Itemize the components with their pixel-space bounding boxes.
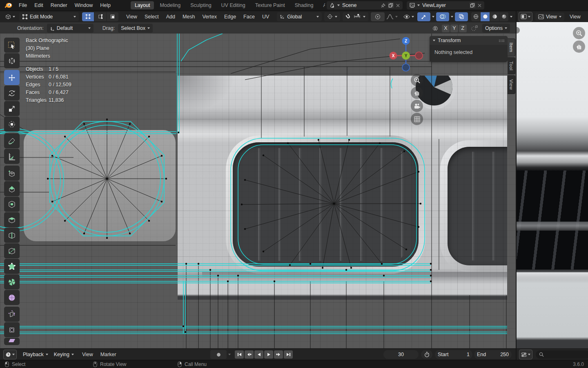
tool-smooth[interactable] bbox=[4, 290, 20, 305]
prev-keyframe-button[interactable] bbox=[245, 350, 254, 359]
tool-knife[interactable] bbox=[4, 243, 20, 258]
falloff-icon[interactable] bbox=[386, 14, 394, 20]
tool-inset[interactable] bbox=[4, 197, 20, 212]
menu-face[interactable]: Face bbox=[240, 14, 258, 20]
region-collapse-arrow[interactable] bbox=[517, 27, 520, 34]
snapping-group[interactable] bbox=[343, 12, 368, 21]
shading-solid-button[interactable] bbox=[481, 12, 490, 21]
jump-start-button[interactable] bbox=[235, 350, 244, 359]
close-icon[interactable] bbox=[396, 4, 400, 7]
tool-cursor[interactable] bbox=[4, 53, 20, 68]
menu-edge[interactable]: Edge bbox=[220, 14, 240, 20]
tool-shear[interactable] bbox=[4, 338, 20, 345]
menu-marker[interactable]: Marker bbox=[97, 352, 120, 357]
tab-sculpting[interactable]: Sculpting bbox=[186, 1, 215, 9]
drag-dots-icon[interactable] bbox=[499, 39, 504, 42]
viewport-3d[interactable]: Back Orthographic (30) Plane Millimeters… bbox=[0, 34, 516, 348]
shading-wireframe-button[interactable] bbox=[471, 12, 480, 21]
properties-search[interactable] bbox=[536, 350, 588, 359]
select-vertex-button[interactable] bbox=[82, 12, 94, 21]
duplicate-icon[interactable] bbox=[388, 2, 394, 8]
gizmos-toggle[interactable] bbox=[417, 12, 430, 21]
editor-splitter[interactable] bbox=[516, 11, 517, 360]
preview-range-button[interactable] bbox=[421, 350, 432, 359]
image-editor-type-button[interactable] bbox=[519, 12, 532, 22]
current-frame-field[interactable]: 30 bbox=[383, 350, 419, 359]
menu-view[interactable]: View bbox=[122, 14, 141, 20]
menu-timeline-view[interactable]: View bbox=[78, 352, 97, 357]
options-dropdown[interactable]: Options bbox=[482, 24, 510, 33]
tool-poly-build[interactable] bbox=[4, 259, 20, 274]
select-edge-button[interactable] bbox=[94, 12, 106, 21]
play-button[interactable] bbox=[264, 350, 273, 359]
blender-logo-icon[interactable] bbox=[4, 2, 13, 9]
grid-ortho-button[interactable] bbox=[411, 113, 423, 125]
menu-help[interactable]: Help bbox=[96, 2, 114, 8]
visibility-dropdown[interactable] bbox=[401, 12, 416, 21]
navigation-gizmo[interactable]: Z X Y bbox=[384, 36, 428, 75]
snap-base-icon[interactable] bbox=[471, 25, 478, 31]
auto-key-button[interactable] bbox=[210, 350, 227, 359]
tool-extrude[interactable] bbox=[4, 181, 20, 196]
transform-panel-header[interactable]: Transform bbox=[430, 36, 508, 45]
tool-transform[interactable] bbox=[4, 117, 20, 132]
frame-start-field[interactable]: Start 1 bbox=[435, 350, 472, 359]
pivot-dropdown[interactable] bbox=[324, 12, 340, 21]
menu-window[interactable]: Window bbox=[71, 2, 96, 8]
tab-modeling[interactable]: Modeling bbox=[156, 1, 185, 9]
camera-view-button[interactable] bbox=[411, 100, 423, 112]
tool-loop-cut[interactable] bbox=[4, 228, 20, 243]
editor-type-button[interactable] bbox=[3, 12, 17, 21]
frame-end-field[interactable]: End 250 bbox=[474, 350, 512, 359]
tool-scale[interactable] bbox=[4, 101, 20, 116]
viewlayer-selector[interactable]: ViewLayer bbox=[407, 1, 484, 9]
shading-rendered-button[interactable] bbox=[499, 12, 508, 21]
axis-z-button[interactable]: Z bbox=[459, 25, 467, 32]
tool-shrink-fatten[interactable] bbox=[4, 322, 20, 337]
orientation-default-dropdown[interactable]: Default bbox=[47, 24, 94, 33]
shading-material-button[interactable] bbox=[490, 12, 499, 21]
properties-editor-type-button[interactable] bbox=[519, 350, 532, 359]
tool-add-cube[interactable] bbox=[4, 166, 20, 181]
tab-tool[interactable]: Tool bbox=[508, 57, 515, 74]
orientation-dropdown[interactable]: Global bbox=[277, 12, 322, 21]
drag-dropdown[interactable]: Select Box bbox=[118, 24, 153, 33]
menu-image[interactable]: Image bbox=[584, 14, 588, 20]
select-face-button[interactable] bbox=[107, 12, 118, 21]
jump-end-button[interactable] bbox=[284, 350, 293, 359]
playback-dropdown[interactable]: Playback bbox=[20, 350, 51, 359]
axis-x-button[interactable]: X bbox=[442, 25, 450, 32]
tab-layout[interactable]: Layout bbox=[131, 1, 154, 9]
tool-edge-slide[interactable] bbox=[4, 307, 20, 322]
tab-uv-editing[interactable]: UV Editing bbox=[217, 1, 249, 9]
menu-select[interactable]: Select bbox=[141, 14, 163, 20]
image-zoom-button[interactable] bbox=[573, 27, 585, 39]
tool-bevel[interactable] bbox=[4, 212, 20, 227]
menu-vertex[interactable]: Vertex bbox=[198, 14, 220, 20]
menu-add[interactable]: Add bbox=[163, 14, 179, 20]
tab-texture-paint[interactable]: Texture Paint bbox=[251, 1, 289, 9]
tab-view[interactable]: View bbox=[508, 75, 515, 94]
close-icon[interactable] bbox=[478, 4, 481, 7]
tool-move[interactable] bbox=[4, 70, 20, 85]
axis-y-button[interactable]: Y bbox=[450, 25, 458, 32]
tab-shading[interactable]: Shading bbox=[291, 1, 318, 9]
image-pan-button[interactable] bbox=[573, 40, 585, 53]
overlays-toggle[interactable] bbox=[436, 12, 449, 21]
play-reverse-button[interactable] bbox=[254, 350, 263, 359]
menu-file[interactable]: File bbox=[15, 2, 31, 8]
tab-animation[interactable]: Animation bbox=[319, 1, 325, 9]
menu-image-view[interactable]: View bbox=[566, 14, 584, 20]
next-keyframe-button[interactable] bbox=[274, 350, 283, 359]
tool-tweak[interactable] bbox=[4, 38, 20, 53]
xray-toggle[interactable] bbox=[455, 12, 468, 21]
tool-spin[interactable] bbox=[4, 274, 20, 289]
image-editor-view[interactable] bbox=[517, 22, 588, 348]
mode-dropdown[interactable]: Edit Mode bbox=[19, 12, 79, 21]
pin-icon[interactable] bbox=[381, 3, 385, 8]
menu-uv[interactable]: UV bbox=[258, 14, 273, 20]
pan-button[interactable] bbox=[411, 87, 423, 99]
timeline-editor-type-button[interactable] bbox=[3, 350, 17, 359]
duplicate-icon[interactable] bbox=[470, 2, 475, 8]
tool-annotate[interactable] bbox=[4, 133, 20, 148]
